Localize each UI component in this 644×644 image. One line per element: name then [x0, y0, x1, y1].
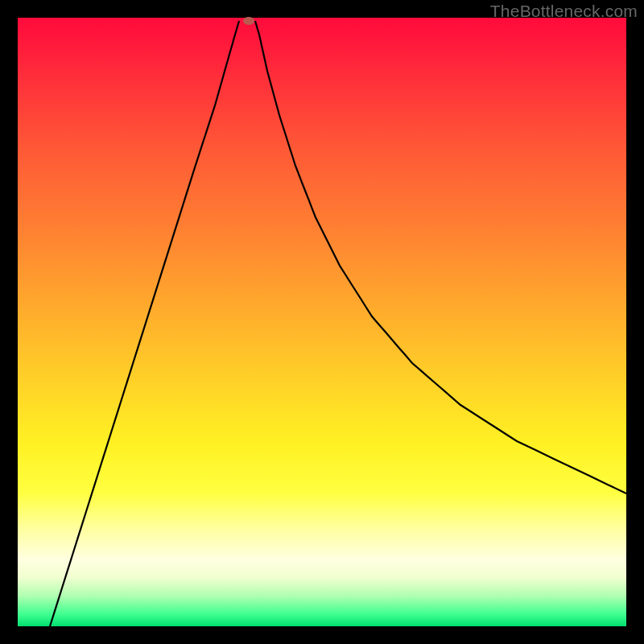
chart-plot-area: [18, 18, 626, 626]
chart-svg: [18, 18, 626, 626]
curve-left-branch: [50, 21, 239, 626]
curve-right-branch: [255, 21, 626, 493]
watermark-text: TheBottleneck.com: [490, 2, 638, 21]
minimum-marker: [243, 17, 254, 25]
